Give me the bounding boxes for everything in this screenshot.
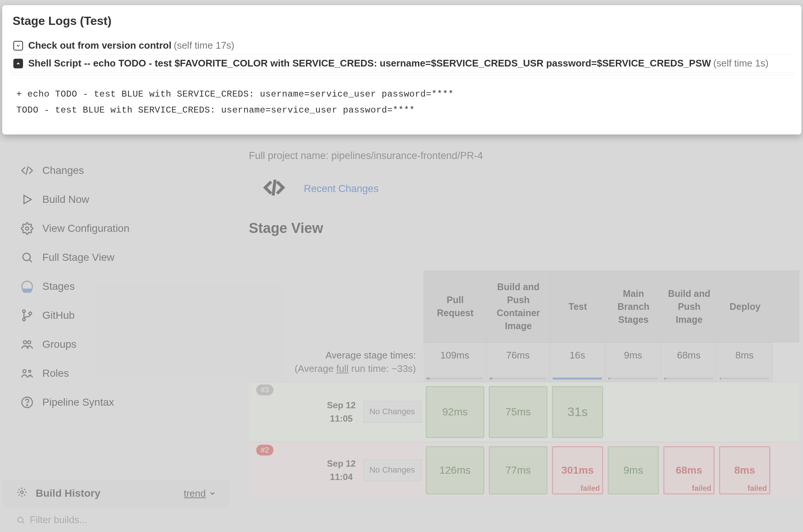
stage-cell-failed[interactable]: 8msfailed <box>719 446 770 494</box>
run-row: #2 Sep 12 11:04 No Changes 126ms 77ms 30… <box>249 442 799 498</box>
log-step-row[interactable]: Shell Script -- echo TODO - test $FAVORI… <box>10 55 794 72</box>
build-history-section: Build History trend Filter builds... <box>3 479 230 532</box>
code-icon <box>21 164 33 177</box>
sidebar-label: Roles <box>42 367 69 379</box>
sidebar: Changes Build Now View Configuration Ful… <box>3 156 230 417</box>
status-ball-icon <box>21 280 33 293</box>
svg-line-18 <box>273 180 275 196</box>
run-date: Sep 12 11:05 <box>319 399 363 425</box>
svg-point-12 <box>29 370 31 373</box>
avg-cell: 68ms <box>661 343 717 382</box>
stage-cell[interactable]: 9ms <box>608 446 659 494</box>
svg-point-3 <box>23 253 30 261</box>
stage-cell[interactable]: 77ms <box>489 446 547 494</box>
sidebar-item-full-stage[interactable]: Full Stage View <box>3 243 230 272</box>
svg-point-10 <box>27 341 31 344</box>
run-badge[interactable]: #3 <box>256 385 273 395</box>
search-icon <box>16 516 25 525</box>
svg-line-4 <box>30 260 32 262</box>
sidebar-item-build-now[interactable]: Build Now <box>3 185 230 214</box>
group-icon <box>21 338 33 351</box>
stage-cell-failed[interactable]: 301msfailed <box>552 446 603 494</box>
sidebar-item-roles[interactable]: Roles <box>3 359 230 388</box>
gear-icon <box>21 222 33 235</box>
stage-header: Deploy <box>717 271 773 342</box>
svg-marker-1 <box>24 195 32 204</box>
modal-title: Stage Logs (Test) <box>10 14 794 28</box>
collapse-toggle-icon[interactable] <box>13 59 23 68</box>
stage-cell-empty <box>663 386 715 438</box>
svg-point-16 <box>18 517 23 522</box>
search-icon <box>21 251 33 264</box>
avg-cell: 109ms <box>423 343 487 382</box>
build-history-icon <box>16 487 27 500</box>
chevron-down-icon <box>209 490 216 497</box>
sidebar-item-stages[interactable]: Stages <box>3 272 230 301</box>
stage-view-title: Stage View <box>249 220 799 236</box>
log-output: + echo TODO - test BLUE with SERVICE_CRE… <box>10 75 794 127</box>
svg-point-2 <box>26 227 29 230</box>
build-history-title: Build History <box>36 487 100 499</box>
stage-header: Test <box>550 271 606 342</box>
expand-toggle-icon[interactable] <box>13 41 23 51</box>
svg-line-0 <box>26 166 28 175</box>
sidebar-label: Groups <box>42 338 77 350</box>
stage-header: Main Branch Stages <box>606 271 661 342</box>
log-step-label: Check out from version control <box>28 40 172 51</box>
stage-header: Build and Push Container Image <box>487 271 550 342</box>
stage-cell[interactable]: 126ms <box>426 446 484 494</box>
trend-link[interactable]: trend <box>184 488 216 499</box>
avg-cell: 8ms <box>717 343 773 382</box>
svg-point-8 <box>29 312 32 315</box>
stage-cell-empty <box>719 386 770 438</box>
code-large-icon <box>262 176 286 202</box>
run-badge[interactable]: #2 <box>256 445 273 455</box>
stage-cell-failed[interactable]: 68msfailed <box>663 446 715 494</box>
run-date: Sep 12 11:04 <box>319 457 363 484</box>
sidebar-label: View Configuration <box>42 223 130 234</box>
run-changes[interactable]: No Changes <box>363 459 421 481</box>
sidebar-label: Pipeline Syntax <box>42 396 114 408</box>
avg-label: Average stage times: (Average full run t… <box>249 343 423 382</box>
sidebar-label: GitHub <box>42 309 75 321</box>
run-row: #3 Sep 12 11:05 No Changes 92ms 75ms 31s <box>249 382 799 442</box>
build-history-header: Build History trend <box>3 479 230 507</box>
sidebar-item-github[interactable]: GitHub <box>3 301 230 330</box>
full-project-name: Full project name: pipelines/insurance-f… <box>249 150 799 162</box>
avg-cell: 9ms <box>605 343 661 382</box>
recent-changes-link[interactable]: Recent Changes <box>304 183 378 195</box>
filter-builds-input[interactable]: Filter builds... <box>3 507 230 532</box>
branch-icon <box>21 309 33 322</box>
run-changes[interactable]: No Changes <box>363 401 421 423</box>
sidebar-label: Build Now <box>42 194 89 205</box>
svg-point-15 <box>20 491 23 494</box>
log-step-label: Shell Script -- echo TODO - test $FAVORI… <box>28 58 711 69</box>
sidebar-item-changes[interactable]: Changes <box>3 156 230 185</box>
svg-point-9 <box>23 341 27 344</box>
stage-cell-empty <box>608 386 659 438</box>
play-icon <box>21 193 33 206</box>
svg-point-11 <box>23 370 26 373</box>
help-icon <box>21 396 33 409</box>
svg-line-17 <box>23 522 24 523</box>
log-step-row[interactable]: Check out from version control (self tim… <box>10 37 794 55</box>
sidebar-label: Changes <box>42 165 84 176</box>
stage-header: Pull Request <box>424 271 487 342</box>
svg-point-7 <box>23 318 25 321</box>
stage-grid: Pull Request Build and Push Container Im… <box>249 270 799 498</box>
stage-header: Build and Push Image <box>661 271 717 342</box>
avg-cell: 76ms <box>487 343 550 382</box>
sidebar-item-groups[interactable]: Groups <box>3 330 230 359</box>
stage-cell[interactable]: 92ms <box>426 386 484 438</box>
sidebar-item-view-config[interactable]: View Configuration <box>3 214 230 243</box>
sidebar-item-pipeline-syntax[interactable]: Pipeline Syntax <box>3 388 230 417</box>
sidebar-label: Full Stage View <box>42 252 114 263</box>
main-area: Full project name: pipelines/insurance-f… <box>249 150 799 251</box>
roles-icon <box>21 367 33 380</box>
log-step-time: (self time 17s) <box>174 40 234 51</box>
log-step-time: (self time 1s) <box>713 58 768 69</box>
svg-point-14 <box>27 405 27 406</box>
stage-cell[interactable]: 31s <box>552 386 603 438</box>
stage-cell[interactable]: 75ms <box>489 386 547 438</box>
avg-cell: 16s <box>550 343 605 382</box>
